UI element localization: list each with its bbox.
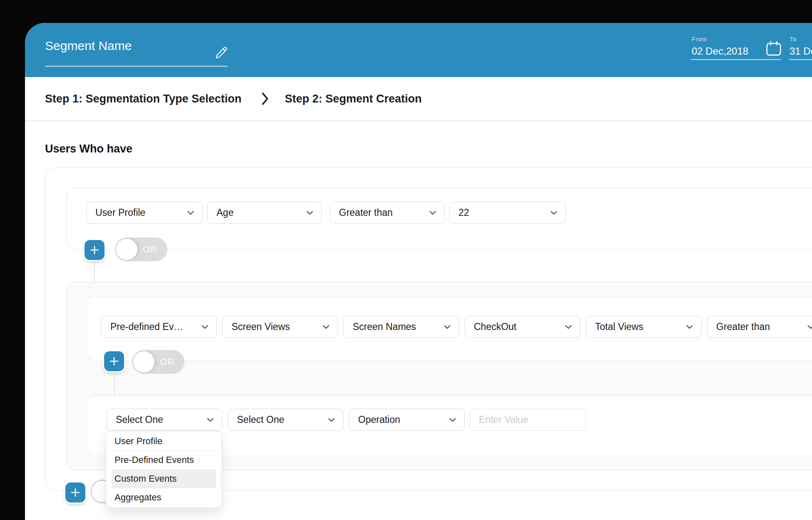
toggle-or-label: OR [143, 244, 158, 255]
steps-bar: Step 1: Segmentation Type Selection Step… [25, 77, 812, 121]
chevron-down-icon [565, 325, 572, 329]
select-value: Greater than [716, 321, 770, 332]
toggle-knob [133, 351, 154, 372]
chevron-down-icon [807, 325, 812, 329]
metric-select[interactable]: Total Views [586, 316, 702, 338]
chevron-right-icon [261, 92, 270, 105]
connector-line [114, 372, 115, 396]
to-label: To [790, 35, 797, 42]
operator-select[interactable]: Greater than [330, 202, 445, 224]
from-label: From [692, 35, 707, 42]
dropdown-option-user-profile[interactable]: User Profile [106, 432, 222, 450]
from-date-field[interactable]: 02 Dec,2018 [692, 45, 748, 57]
select-value: Screen Views [232, 321, 290, 332]
dropdown-option-pre-defined-events[interactable]: Pre-Defined Events [106, 451, 222, 469]
calendar-icon[interactable] [766, 40, 782, 56]
condition-group-2-inner: Pre-defined Ev… Screen Views Screen Name… [86, 296, 812, 361]
chevron-down-icon [207, 418, 214, 422]
step-2-tab[interactable]: Step 2: Segment Creation [285, 92, 422, 105]
select-value: Pre-defined Ev… [110, 321, 183, 332]
plus-icon [90, 245, 100, 255]
select-value: Greater than [339, 207, 393, 218]
edit-pencil-icon[interactable] [213, 44, 228, 59]
toggle-or-label: OR [160, 357, 175, 368]
plus-icon [70, 488, 80, 498]
segment-name-underline [45, 66, 227, 67]
attribute-select[interactable]: Age [207, 202, 322, 224]
dropdown-option-aggregates[interactable]: Aggregates [106, 488, 222, 507]
plus-icon [109, 356, 119, 366]
chevron-down-icon [323, 325, 329, 329]
to-date-field[interactable]: 31 Dec,2018 [790, 45, 812, 57]
event-property-select[interactable]: Screen Names [344, 316, 459, 338]
select-value: Total Views [595, 321, 643, 332]
add-condition-button[interactable] [85, 240, 105, 260]
chevron-down-icon [202, 325, 208, 329]
value-select[interactable]: 22 [449, 202, 566, 224]
segment-conditions-container: User Profile Age Greater than 22 OR [45, 168, 812, 491]
toggle-knob [116, 239, 137, 260]
property-type-select[interactable]: User Profile [86, 202, 203, 224]
select-value: Select One [237, 414, 284, 425]
add-condition-group-button[interactable] [65, 482, 85, 502]
event-select[interactable]: Screen Views [222, 316, 338, 338]
select-value: 22 [458, 207, 469, 218]
chevron-down-icon [306, 211, 313, 215]
segment-name-field[interactable]: Segment Name [45, 39, 132, 53]
category-dropdown-menu: User Profile Pre-Defined Events Custom E… [106, 431, 222, 508]
chevron-down-icon [328, 418, 335, 422]
chevron-down-icon [449, 418, 456, 422]
header: Segment Name From 02 Dec,2018 To 31 Dec,… [25, 23, 812, 77]
operation-select[interactable]: Operation [349, 409, 465, 431]
event-value-select[interactable]: CheckOut [465, 316, 580, 338]
to-date-underline [789, 59, 812, 60]
chevron-down-icon [187, 211, 194, 215]
and-or-toggle[interactable]: OR [132, 350, 184, 374]
chevron-down-icon [550, 211, 557, 215]
app-window: Segment Name From 02 Dec,2018 To 31 Dec,… [25, 23, 812, 520]
select-value: Select One [116, 414, 163, 425]
step-1-tab[interactable]: Step 1: Segmentation Type Selection [45, 92, 242, 105]
add-condition-button[interactable] [104, 351, 124, 371]
select-value: Age [217, 207, 234, 218]
from-date-underline [691, 59, 781, 60]
condition-group-1: User Profile Age Greater than 22 [66, 188, 812, 250]
select-value: Screen Names [353, 321, 416, 332]
chevron-down-icon [444, 325, 451, 329]
dropdown-option-custom-events[interactable]: Custom Events [112, 469, 216, 488]
and-or-toggle[interactable]: OR [115, 238, 167, 261]
metric-operator-select[interactable]: Greater than [707, 316, 812, 338]
select-value: User Profile [95, 207, 145, 218]
select-value: CheckOut [474, 321, 516, 332]
chevron-down-icon [429, 211, 436, 215]
event-type-select[interactable]: Pre-defined Ev… [101, 316, 217, 338]
chevron-down-icon [686, 325, 693, 329]
category-select-open[interactable]: Select One [107, 409, 222, 431]
section-title: Users Who have [45, 142, 132, 155]
connector-line [94, 260, 95, 282]
value-input[interactable] [470, 409, 586, 431]
sub-category-select[interactable]: Select One [228, 409, 344, 431]
select-value: Operation [358, 414, 400, 425]
